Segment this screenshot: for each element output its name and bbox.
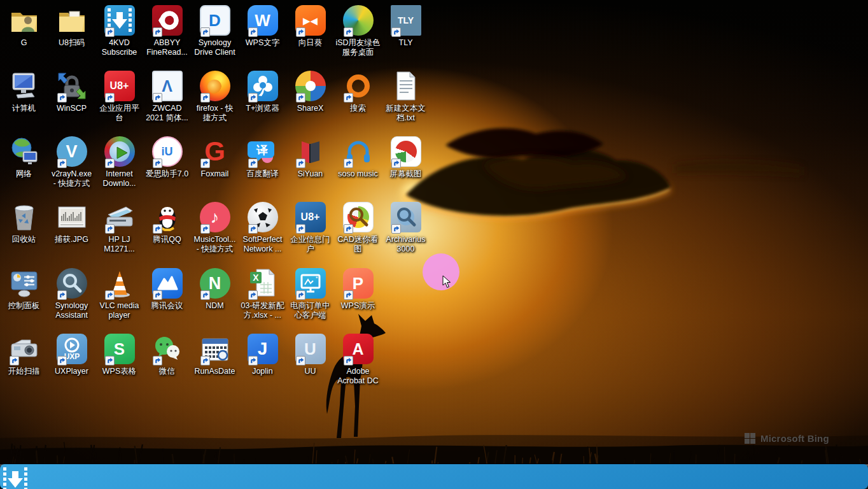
app-sharex-icon	[295, 71, 326, 101]
app-capture-jpg-icon	[57, 202, 87, 232]
desktop-icon-winscp[interactable]: WinSCP	[48, 71, 95, 113]
desktop-icon-ndm[interactable]: N NDM	[192, 268, 238, 311]
desktop-icon-4kvd-subscribe[interactable]: 4KVDSubscribe	[96, 5, 143, 57]
app-wps-spreadsheet-icon: S	[104, 334, 135, 364]
desktop-icon-siyuan[interactable]: SiYuan	[287, 136, 333, 179]
app-siyuan-icon	[295, 136, 326, 167]
desktop-icon-screen-capture[interactable]: 屏幕截图	[382, 136, 429, 179]
desktop-icon-label: 百度翻译	[239, 169, 286, 179]
desktop-icon-enterprise-app-platform[interactable]: U8+ 企业应用平台	[96, 71, 143, 123]
desktop-icon-g-folder[interactable]: G	[1, 5, 47, 48]
desktop-icon-label: soso music	[335, 169, 381, 179]
desktop-icon-ecommerce-order-client[interactable]: * 电商订单中心客户端	[287, 268, 333, 320]
desktop-icon-internet-download-manager[interactable]: InternetDownlo...	[96, 136, 143, 188]
shortcut-arrow-icon	[344, 27, 353, 37]
desktop-icon-start-scan[interactable]: 开始扫描	[1, 334, 47, 376]
desktop-icon-wps-spreadsheet[interactable]: S WPS表格	[96, 334, 143, 376]
desktop-icon-search[interactable]: 搜索	[335, 71, 381, 113]
desktop-icon-synology-drive-client[interactable]: D SynologyDrive Client	[192, 5, 238, 57]
desktop-icon-label: 新建文本文档.txt	[382, 104, 429, 123]
shortcut-arrow-icon	[296, 290, 305, 300]
app-wps-presentation-icon: P	[343, 268, 374, 299]
desktop-icon-hp-lj-m1271[interactable]: HP LJM1271...	[96, 202, 143, 254]
desktop-icon-wps-presentation[interactable]: P WPS演示	[335, 268, 381, 311]
desktop-icon-tencent-meeting[interactable]: 腾讯会议	[144, 268, 190, 311]
desktop-icon-new-text-document[interactable]: 新建文本文档.txt	[382, 71, 429, 123]
app-tplus-browser-icon	[248, 71, 278, 101]
desktop-icon-zwcad-2021[interactable]: Λ ZWCAD2021 简体...	[144, 71, 190, 123]
desktop-icon-label: 开始扫描	[1, 367, 47, 376]
desktop-icon-label: UXPlayer	[48, 367, 95, 376]
app-start-scan-icon	[9, 334, 39, 364]
app-4kvd-subscribe-icon	[104, 5, 135, 36]
desktop-icon-control-panel[interactable]: 控制面板	[1, 268, 47, 311]
desktop-icon-vlc-media-player[interactable]: VLC mediaplayer	[96, 268, 143, 320]
desktop-icon-isd-yonyou-desktop[interactable]: iSD用友绿色服务桌面	[335, 5, 381, 57]
desktop-icon-softperfect-network[interactable]: SoftPerfectNetwork ...	[239, 202, 286, 254]
shortcut-arrow-icon	[344, 356, 353, 365]
desktop-icon-label: firefox - 快捷方式	[192, 104, 238, 123]
desktop-icon-label: v2rayN.exe- 快捷方式	[48, 169, 95, 188]
desktop-icon-network[interactable]: 网络	[1, 136, 47, 179]
desktop-icon-wechat[interactable]: 微信	[144, 334, 190, 376]
shortcut-arrow-icon	[200, 93, 210, 103]
desktop-icon-enterprise-info-portal[interactable]: U8+ 企业信息门户	[287, 202, 333, 254]
desktop-icon-soso-music[interactable]: soso music	[335, 136, 381, 179]
desktop-icon-xlsx-rd-formula[interactable]: X 03-研发新配方.xlsx - ...	[239, 268, 286, 320]
desktop-icon-label: HP LJM1271...	[96, 235, 143, 254]
desktop-icon-baidu-translate[interactable]: 译 百度翻译	[239, 136, 286, 179]
desktop-icon-firefox-shortcut[interactable]: firefox - 快捷方式	[192, 71, 238, 123]
shortcut-arrow-icon	[344, 159, 353, 168]
shortcut-arrow-icon	[153, 27, 162, 37]
app-baidu-translate-icon: 译	[248, 136, 278, 167]
desktop-icon-recycle-bin[interactable]: 回收站	[1, 202, 47, 244]
desktop: G U8扫码 4KVDSubscribe ABBYYFineRead...D S…	[0, 0, 868, 464]
desktop-icon-tencent-qq[interactable]: 腾讯QQ	[144, 202, 190, 244]
desktop-icon-cad-mini-viewer[interactable]: CAD迷你看图	[335, 202, 381, 254]
shortcut-arrow-icon	[200, 224, 210, 234]
desktop-icon-abbyy-finereader[interactable]: ABBYYFineRead...	[144, 5, 190, 57]
filmstrip-tray-icon[interactable]	[722, 464, 736, 489]
desktop-icon-uu[interactable]: U UU	[287, 334, 333, 376]
app-synology-assistant-icon	[57, 268, 87, 299]
desktop-icon-label: 腾讯QQ	[144, 235, 190, 244]
app-winscp-icon	[57, 71, 87, 101]
desktop-icon-runasdate[interactable]: RunAsDate	[192, 334, 238, 376]
app-xlsx-rd-formula-icon: X	[248, 268, 278, 299]
shortcut-arrow-icon	[153, 224, 162, 234]
desktop-icon-label: MusicTool...- 快捷方式	[192, 235, 238, 254]
bing-watermark: Microsoft Bing	[745, 433, 829, 444]
desktop-icon-archivarius-3000[interactable]: Archivarius3000	[382, 202, 429, 254]
desktop-icon-wps-writer[interactable]: W WPS文字	[239, 5, 286, 48]
desktop-icon-label: 捕获.JPG	[48, 235, 95, 244]
desktop-icon-foxmail[interactable]: G Foxmail	[192, 136, 238, 179]
desktop-icon-joplin[interactable]: J Joplin	[239, 334, 286, 376]
app-runasdate-icon	[200, 334, 230, 364]
desktop-icon-tplus-browser[interactable]: T+浏览器	[239, 71, 286, 113]
watermark-text: Microsoft Bing	[760, 433, 829, 444]
desktop-icon-v2rayn[interactable]: V v2rayN.exe- 快捷方式	[48, 136, 95, 188]
desktop-icon-aisi-assistant[interactable]: iU 爱思助手7.0	[144, 136, 190, 179]
desktop-icon-tly[interactable]: TLY TLY	[382, 5, 429, 48]
shortcut-arrow-icon	[105, 93, 115, 103]
app-isd-yonyou-desktop-icon	[343, 5, 374, 36]
desktop-icon-label: 搜索	[335, 104, 381, 113]
app-search-icon	[343, 71, 374, 101]
desktop-icon-capture-jpg[interactable]: 捕获.JPG	[48, 202, 95, 244]
app-wps-writer-icon: W	[248, 5, 278, 36]
desktop-icon-u8-scan-folder[interactable]: U8扫码	[48, 5, 95, 48]
desktop-icon-sharex[interactable]: ShareX	[287, 71, 333, 113]
shortcut-arrow-icon	[391, 224, 401, 234]
desktop-icon-synology-assistant[interactable]: SynologyAssistant	[48, 268, 95, 320]
app-firefox-shortcut-icon	[200, 71, 230, 101]
mouse-cursor	[442, 275, 451, 288]
desktop-icon-computer[interactable]: 计算机	[1, 71, 47, 113]
desktop-icon-adobe-acrobat-dc[interactable]: A AdobeAcrobat DC	[335, 334, 381, 386]
shortcut-arrow-icon	[248, 27, 258, 37]
desktop-icon-label: iSD用友绿色服务桌面	[335, 38, 381, 57]
shortcut-arrow-icon	[153, 159, 162, 168]
shortcut-arrow-icon	[296, 159, 305, 168]
desktop-icon-uxplayer[interactable]: UXP UXPlayer	[48, 334, 95, 376]
desktop-icon-sunlogin[interactable]: ▶◀ 向日葵	[287, 5, 333, 48]
desktop-icon-musictool[interactable]: ♪ MusicTool...- 快捷方式	[192, 202, 238, 254]
